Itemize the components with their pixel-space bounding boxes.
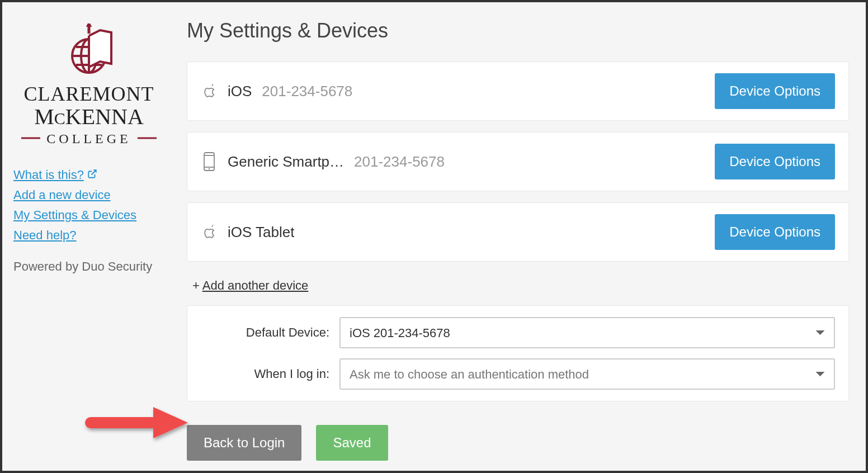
plus-icon: + bbox=[192, 278, 202, 292]
device-options-button[interactable]: Device Options bbox=[715, 214, 835, 250]
need-help-link[interactable]: Need help? bbox=[13, 228, 77, 243]
settings-panel: Default Device: iOS 201-234-5678 When I … bbox=[187, 305, 849, 401]
device-options-button[interactable]: Device Options bbox=[715, 73, 835, 109]
back-to-login-button[interactable]: Back to Login bbox=[187, 425, 301, 461]
device-phone: 201-234-5678 bbox=[354, 153, 445, 171]
sidebar-nav: What is this? Add a new device My Settin… bbox=[13, 168, 164, 243]
default-device-label: Default Device: bbox=[201, 325, 329, 340]
what-is-this-link[interactable]: What is this? bbox=[13, 168, 97, 182]
external-link-icon bbox=[87, 168, 97, 182]
device-row: iOS 201-234-5678 Device Options bbox=[187, 62, 849, 121]
my-settings-link[interactable]: My Settings & Devices bbox=[13, 208, 136, 223]
device-name: iOS Tablet bbox=[228, 224, 294, 241]
device-name: Generic Smartp… bbox=[228, 153, 344, 171]
page-title: My Settings & Devices bbox=[187, 19, 849, 42]
default-device-select[interactable]: iOS 201-234-5678 bbox=[339, 317, 835, 348]
powered-by-text: Powered by Duo Security bbox=[13, 259, 164, 274]
device-phone: 201-234-5678 bbox=[262, 83, 352, 100]
action-buttons: Back to Login Saved bbox=[187, 425, 849, 461]
main-content: My Settings & Devices iOS 201-234-5678 D… bbox=[187, 19, 849, 454]
svg-text:COLLEGE: COLLEGE bbox=[46, 131, 131, 146]
brand-logo: CLAREMONT M MCKENNA MCKENNA COLLEGE bbox=[13, 23, 164, 152]
device-options-button[interactable]: Device Options bbox=[715, 144, 835, 179]
device-row: Generic Smartp… 201-234-5678 Device Opti… bbox=[187, 132, 849, 191]
when-login-label: When I log in: bbox=[201, 367, 329, 381]
svg-point-19 bbox=[209, 168, 210, 170]
saved-button[interactable]: Saved bbox=[316, 425, 388, 461]
add-another-device: + Add another device bbox=[192, 278, 849, 293]
device-name: iOS bbox=[228, 83, 252, 100]
link-label: What is this? bbox=[13, 168, 84, 182]
smartphone-icon bbox=[201, 151, 218, 172]
apple-icon bbox=[201, 221, 218, 243]
svg-line-15 bbox=[91, 170, 96, 174]
apple-icon bbox=[201, 81, 218, 102]
add-another-device-link[interactable]: Add another device bbox=[202, 278, 309, 292]
svg-text:CLAREMONT: CLAREMONT bbox=[24, 83, 154, 105]
svg-text:MCKENNA: MCKENNA bbox=[34, 104, 144, 129]
add-new-device-link[interactable]: Add a new device bbox=[13, 188, 111, 202]
device-row: iOS Tablet Device Options bbox=[187, 202, 849, 262]
when-login-select[interactable]: Ask me to choose an authentication metho… bbox=[339, 358, 835, 390]
sidebar: CLAREMONT M MCKENNA MCKENNA COLLEGE bbox=[13, 19, 164, 454]
